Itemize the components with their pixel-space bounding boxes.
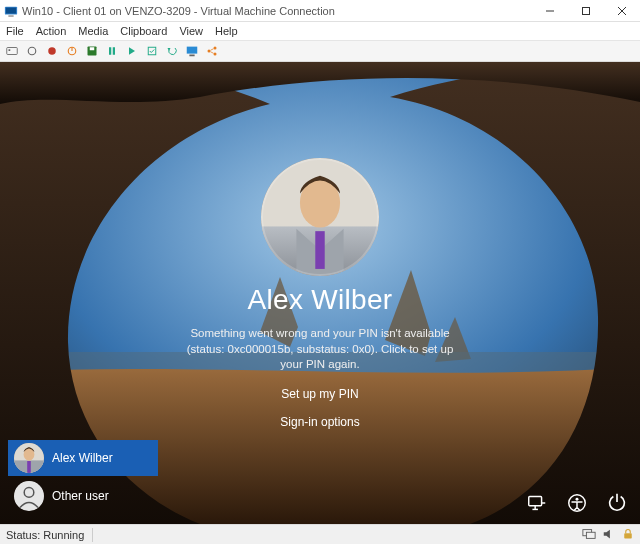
svg-rect-47 <box>586 532 595 538</box>
ease-of-access-icon[interactable] <box>566 492 588 514</box>
guest-display[interactable]: Alex Wilber Something went wrong and you… <box>0 62 640 524</box>
start-icon[interactable] <box>24 43 40 59</box>
titlebar: Win10 - Client 01 on VENZO-3209 - Virtua… <box>0 0 640 22</box>
svg-point-24 <box>214 53 217 56</box>
shutdown-icon[interactable] <box>64 43 80 59</box>
revert-icon[interactable] <box>164 43 180 59</box>
svg-point-22 <box>208 50 211 53</box>
enhanced-session-icon[interactable] <box>184 43 200 59</box>
svg-rect-14 <box>90 47 95 50</box>
ctrl-alt-del-icon[interactable] <box>4 43 20 59</box>
user-list-item[interactable]: Alex Wilber <box>8 440 158 476</box>
user-list-label: Alex Wilber <box>52 451 113 465</box>
maximize-button[interactable] <box>568 0 604 22</box>
statusbar: Status: Running <box>0 524 640 544</box>
turnoff-icon[interactable] <box>44 43 60 59</box>
menu-media[interactable]: Media <box>78 25 108 37</box>
menu-help[interactable]: Help <box>215 25 238 37</box>
user-avatar-small <box>14 443 44 473</box>
svg-rect-35 <box>27 461 31 473</box>
sign-in-options-link[interactable]: Sign-in options <box>280 415 359 429</box>
share-icon[interactable] <box>204 43 220 59</box>
checkpoint-icon[interactable] <box>144 43 160 59</box>
vm-icon <box>4 4 18 18</box>
svg-rect-8 <box>9 49 11 51</box>
logon-system-icons <box>526 492 628 514</box>
lock-icon <box>622 527 634 543</box>
svg-rect-20 <box>187 47 198 54</box>
user-list-label: Other user <box>52 489 109 503</box>
reset-icon[interactable] <box>124 43 140 59</box>
svg-rect-39 <box>529 497 542 506</box>
svg-point-9 <box>28 47 36 55</box>
status-text: Status: Running <box>6 529 84 541</box>
user-list-item[interactable]: Other user <box>8 478 158 514</box>
window-controls <box>532 0 640 22</box>
menu-clipboard[interactable]: Clipboard <box>120 25 167 37</box>
toolbar <box>0 40 640 62</box>
pause-icon[interactable] <box>104 43 120 59</box>
set-up-pin-link[interactable]: Set up my PIN <box>281 387 358 401</box>
svg-line-25 <box>211 49 214 51</box>
svg-rect-48 <box>624 533 632 538</box>
menu-file[interactable]: File <box>6 25 24 37</box>
svg-point-44 <box>576 498 579 501</box>
svg-rect-4 <box>583 7 590 14</box>
svg-line-26 <box>211 52 214 54</box>
svg-rect-7 <box>7 48 18 55</box>
menu-view[interactable]: View <box>179 25 203 37</box>
svg-rect-15 <box>109 47 111 55</box>
svg-marker-17 <box>129 47 135 55</box>
network-icon[interactable] <box>526 492 548 514</box>
user-list: Alex Wilber Other user <box>8 440 158 514</box>
svg-rect-16 <box>113 47 115 55</box>
user-avatar <box>261 158 379 276</box>
power-icon[interactable] <box>606 492 628 514</box>
svg-marker-19 <box>168 48 171 51</box>
svg-point-10 <box>48 47 56 55</box>
pin-error-message: Something went wrong and your PIN isn't … <box>185 326 455 373</box>
menu-action[interactable]: Action <box>36 25 67 37</box>
close-button[interactable] <box>604 0 640 22</box>
display-config-icon[interactable] <box>582 527 596 543</box>
generic-user-icon <box>14 481 44 511</box>
save-icon[interactable] <box>84 43 100 59</box>
svg-point-23 <box>214 47 217 50</box>
minimize-button[interactable] <box>532 0 568 22</box>
svg-point-37 <box>15 482 44 511</box>
svg-rect-21 <box>189 55 194 57</box>
window-title: Win10 - Client 01 on VENZO-3209 - Virtua… <box>22 5 532 17</box>
menubar: File Action Media Clipboard View Help <box>0 22 640 40</box>
svg-rect-2 <box>8 15 13 16</box>
svg-rect-18 <box>148 47 156 55</box>
display-name: Alex Wilber <box>248 284 393 316</box>
svg-rect-1 <box>6 7 17 13</box>
speaker-icon[interactable] <box>602 527 616 543</box>
